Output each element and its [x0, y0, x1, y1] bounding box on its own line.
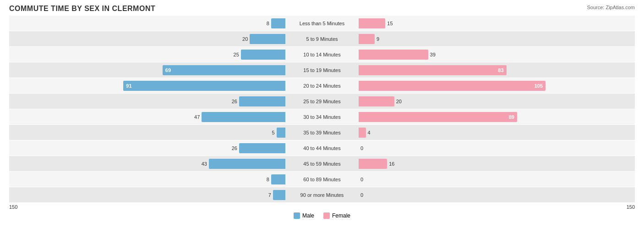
axis-right: 150 — [627, 204, 635, 210]
female-bar — [359, 96, 394, 106]
male-value: 26 — [232, 145, 237, 151]
row-label: 30 to 34 Minutes — [303, 114, 340, 120]
male-bar — [273, 190, 285, 200]
right-section: 0 — [359, 140, 635, 156]
chart-title: COMMUTE TIME BY SEX IN CLERMONT — [9, 5, 635, 13]
male-value: 7 — [268, 192, 271, 198]
male-bar: 91 — [123, 81, 285, 91]
left-section: 69 — [9, 62, 285, 78]
legend-item-female: Female — [323, 212, 350, 219]
left-section: 26 — [9, 140, 285, 156]
left-section: 91 — [9, 78, 285, 93]
male-bar — [271, 174, 285, 184]
legend-item-male: Male — [294, 212, 314, 219]
row-label: 60 to 89 Minutes — [303, 177, 340, 182]
male-legend-box — [294, 212, 300, 219]
male-value: 47 — [194, 114, 200, 120]
male-value: 43 — [202, 161, 207, 167]
source-text: Source: ZipAtlas.com — [587, 5, 635, 10]
male-bar — [271, 18, 285, 28]
male-value: 20 — [242, 36, 248, 42]
female-bar — [359, 50, 428, 60]
right-section: 15 — [359, 16, 635, 31]
female-value-inside: 89 — [509, 114, 514, 120]
right-section: 0 — [359, 187, 635, 202]
bar-row: 5 35 to 39 Minutes 4 — [9, 125, 635, 140]
female-value: 9 — [377, 36, 379, 42]
female-value: 15 — [387, 21, 393, 26]
left-section: 43 — [9, 156, 285, 171]
legend: Male Female — [9, 212, 635, 219]
bar-row: 43 45 to 59 Minutes 16 — [9, 156, 635, 171]
male-bar — [239, 143, 285, 153]
male-value: 26 — [232, 99, 237, 104]
right-section: 105 — [359, 78, 635, 93]
left-section: 20 — [9, 31, 285, 46]
left-section: 26 — [9, 94, 285, 109]
bar-row: 20 5 to 9 Minutes 9 — [9, 31, 635, 46]
bar-row: 7 90 or more Minutes 0 — [9, 187, 635, 202]
left-section: 5 — [9, 125, 285, 140]
male-value: 5 — [272, 130, 274, 135]
female-bar — [359, 159, 387, 169]
right-section: 83 — [359, 62, 635, 78]
left-section: 8 — [9, 16, 285, 31]
row-label: 10 to 14 Minutes — [303, 52, 340, 57]
row-label: 25 to 29 Minutes — [303, 99, 340, 104]
left-section: 8 — [9, 172, 285, 187]
female-value: 0 — [360, 192, 363, 198]
row-label: 90 or more Minutes — [300, 192, 344, 198]
male-bar: 69 — [163, 65, 285, 75]
bars-area: 8 Less than 5 Minutes 15 20 — [9, 16, 635, 202]
left-section: 7 — [9, 187, 285, 202]
row-label: 45 to 59 Minutes — [303, 161, 340, 167]
male-value: 25 — [234, 52, 239, 57]
male-value: 8 — [267, 177, 269, 182]
bar-row: 8 Less than 5 Minutes 15 — [9, 16, 635, 31]
female-value: 4 — [368, 130, 371, 135]
chart-inner: 8 Less than 5 Minutes 15 20 — [9, 16, 635, 210]
left-section: 25 — [9, 47, 285, 62]
female-value-inside: 105 — [535, 83, 543, 89]
bar-row: 25 10 to 14 Minutes 39 — [9, 47, 635, 62]
female-value-inside: 83 — [498, 67, 503, 73]
female-bar — [359, 18, 385, 28]
axis-labels: 150 150 — [9, 204, 635, 210]
bar-row: 26 25 to 29 Minutes 20 — [9, 94, 635, 109]
male-bar — [277, 128, 285, 138]
male-bar — [239, 96, 285, 106]
left-section: 47 — [9, 109, 285, 124]
row-label: 5 to 9 Minutes — [306, 36, 338, 42]
row-label: 40 to 44 Minutes — [303, 145, 340, 151]
right-section: 0 — [359, 172, 635, 187]
female-bar: 89 — [359, 112, 517, 122]
bar-row: 8 60 to 89 Minutes 0 — [9, 172, 635, 187]
female-value: 0 — [360, 177, 363, 182]
chart-container: COMMUTE TIME BY SEX IN CLERMONT Source: … — [0, 0, 644, 240]
row-label: 35 to 39 Minutes — [303, 130, 340, 135]
male-bar — [202, 112, 285, 122]
male-bar — [241, 50, 285, 60]
axis-left: 150 — [9, 204, 17, 210]
female-value: 20 — [396, 99, 402, 104]
female-value: 0 — [360, 145, 363, 151]
female-value: 39 — [430, 52, 436, 57]
male-legend-label: Male — [302, 212, 314, 219]
female-bar — [359, 34, 375, 44]
female-bar: 83 — [359, 65, 507, 75]
female-legend-box — [323, 212, 330, 219]
female-bar — [359, 128, 366, 138]
right-section: 39 — [359, 47, 635, 62]
male-value-inside: 69 — [165, 67, 171, 73]
row-label: 20 to 24 Minutes — [303, 83, 340, 89]
right-section: 16 — [359, 156, 635, 171]
row-label: Less than 5 Minutes — [300, 21, 344, 26]
female-bar: 105 — [359, 81, 546, 91]
bar-row: 91 20 to 24 Minutes 105 — [9, 78, 635, 93]
right-section: 20 — [359, 94, 635, 109]
right-section: 4 — [359, 125, 635, 140]
bar-row: 69 15 to 19 Minutes 83 — [9, 62, 635, 78]
male-bar — [209, 159, 285, 169]
right-section: 9 — [359, 31, 635, 46]
bar-row: 47 30 to 34 Minutes 89 — [9, 109, 635, 124]
